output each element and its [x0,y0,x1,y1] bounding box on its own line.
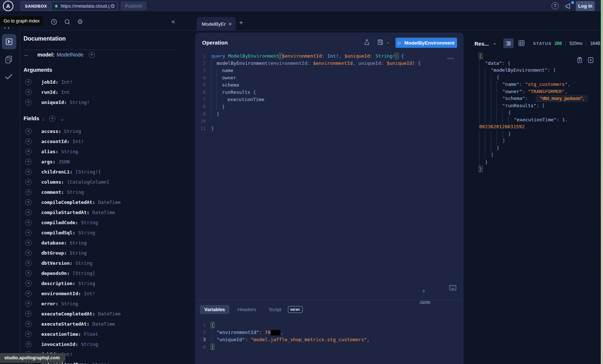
tab-headers[interactable]: Headers [233,305,260,314]
add-field-button[interactable]: + [25,79,32,85]
endpoint-settings-gear-icon[interactable]: ⚙ [110,3,115,9]
endpoint-url-input[interactable]: https://metadata.cloud.getd [60,3,109,9]
add-field-button[interactable]: + [25,99,32,105]
add-field-button[interactable]: + [25,311,32,317]
collapse-variables-icon[interactable]: » [421,290,427,292]
add-field-button[interactable]: + [25,260,32,266]
field-type-link[interactable]: Int! [72,139,84,144]
operation-editor[interactable]: 1query ModelByEnvironment($environmentId… [195,53,464,132]
field-type-link[interactable]: String [78,281,95,286]
field-type-link[interactable]: DateTime [92,210,115,215]
doc-field-row[interactable]: +access:String [20,126,184,136]
doc-field-row[interactable]: +accountId:Int! [20,136,184,146]
add-field-button[interactable]: + [25,230,32,236]
field-type-link[interactable]: DateTime [98,200,121,205]
doc-field-row[interactable]: +executeStartedAt:DateTime [20,319,184,329]
add-all-fields-button[interactable]: + [49,116,55,122]
doc-field-row[interactable]: +compiledSql:String [20,227,184,238]
response-menu-chevron-icon[interactable]: ⌄ [493,40,497,46]
add-field-button[interactable]: + [25,321,32,327]
explorer-nav-button[interactable] [2,34,16,49]
tab-script[interactable]: Script [264,305,286,314]
field-type-link[interactable]: String [70,240,87,246]
doc-field-row[interactable]: +dependsOn:[String] [20,268,184,278]
field-type-link[interactable]: String [61,149,78,154]
checks-nav-button[interactable] [4,73,13,80]
response-body[interactable]: {"data": {"modelByEnvironment": [{"name"… [465,53,599,173]
add-field-button[interactable]: + [25,331,32,337]
fields-menu-chevron-icon[interactable]: ⌄ [60,116,64,122]
share-icon[interactable] [364,38,370,46]
field-type-link[interactable]: String [67,189,84,195]
doc-field-row[interactable]: +compileCompletedAt:DateTime [20,197,184,207]
doc-field-row[interactable]: +jobId:Int! [20,77,184,87]
add-field-button[interactable]: + [25,138,32,145]
doc-field-row[interactable]: +columns:[CatalogColumn] [20,177,184,187]
back-arrow-icon[interactable]: ← [24,51,30,58]
field-type-link[interactable]: Int [61,89,70,95]
doc-field-row[interactable]: +childrenL1:[String!] [20,167,184,177]
doc-field-row[interactable]: +executeCompletedAt:DateTime [20,309,184,319]
doc-field-row[interactable]: +description:String [20,278,184,288]
add-field-button[interactable]: + [25,189,32,195]
add-field-button[interactable]: + [25,199,32,205]
help-icon[interactable]: ? [552,2,559,9]
doc-field-row[interactable]: +compileStartedAt:DateTime [20,207,184,217]
field-type-link[interactable]: Int! [84,291,95,296]
field-type-link[interactable]: String [75,260,92,266]
new-tab-button[interactable]: + [239,19,243,27]
doc-field-row[interactable]: +args:JSON [20,156,184,167]
field-type-link[interactable]: [String!] [75,169,101,175]
add-field-button[interactable]: + [25,209,32,216]
response-format-table-button[interactable] [518,39,525,47]
field-type-link[interactable]: JSON [58,159,70,164]
login-button[interactable]: Log in [576,1,595,11]
doc-field-row[interactable]: +runId:Int [20,87,184,97]
field-type-link[interactable]: String [61,301,78,306]
sandbox-badge[interactable]: SANDBOX [21,2,51,10]
add-field-button[interactable]: + [25,280,32,286]
add-field-button[interactable]: + [25,240,32,246]
doc-field-row[interactable]: +invocationId:String [20,339,184,349]
variables-editor[interactable]: 1{2"environmentId": 78,3"uniqueId": "mod… [195,322,464,351]
save-menu-chevron-icon[interactable]: ⌄ [386,39,390,45]
add-field-button[interactable]: + [25,301,32,307]
add-field-button[interactable]: + [25,159,32,165]
doc-field-row[interactable]: +database:String [20,238,184,248]
doc-field-row[interactable]: +alias:String [20,146,184,156]
add-field-button[interactable]: + [25,290,32,297]
doc-field-row[interactable]: +dbtVersion:String [20,258,184,268]
add-field-button[interactable]: + [25,89,32,95]
field-type-link[interactable]: String [64,129,81,134]
field-type-link[interactable]: DateTime [92,321,115,327]
doc-field-row[interactable]: +comment:String [20,187,184,197]
field-type-link[interactable]: Int! [61,79,72,85]
doc-field-row[interactable]: +executionTime:Float [20,329,184,339]
run-operation-button[interactable]: ▷ ModelByEnvironment [395,38,457,48]
add-field-button[interactable]: + [25,219,32,226]
field-type-link[interactable]: String [92,362,109,364]
tab-modelbyenvironment[interactable]: ModelByEnvi... ✕ [197,17,236,31]
add-field-button[interactable]: + [25,128,32,134]
save-icon[interactable] [377,38,384,46]
add-field-button[interactable]: + [25,169,32,175]
doc-field-row[interactable]: +uniqueId:String! [20,97,184,107]
add-type-button[interactable]: + [89,52,95,58]
doc-field-row[interactable]: +environmentId:Int! [20,288,184,298]
add-field-button[interactable]: + [25,179,32,185]
clone-operations-button[interactable] [4,55,13,64]
field-type-link[interactable]: Float [84,331,98,337]
doc-field-row[interactable]: +error:String [20,298,184,309]
apollo-logo-icon[interactable]: A [3,1,13,11]
close-tab-icon[interactable]: ✕ [228,21,232,27]
doc-field-row[interactable]: +compiledCode:String [20,217,184,227]
field-type-link[interactable]: [CatalogColumn] [67,179,109,185]
sort-fields-icon[interactable]: ↓ [42,116,45,122]
add-field-button[interactable]: + [25,270,32,276]
add-field-button[interactable]: + [25,250,32,256]
field-type-link[interactable]: String [81,342,98,347]
field-type-link[interactable]: String! [70,100,89,105]
publish-button[interactable]: Publish [121,1,147,11]
field-type-link[interactable]: DateTime [98,311,121,317]
model-type-link[interactable]: ModelNode [57,52,84,58]
